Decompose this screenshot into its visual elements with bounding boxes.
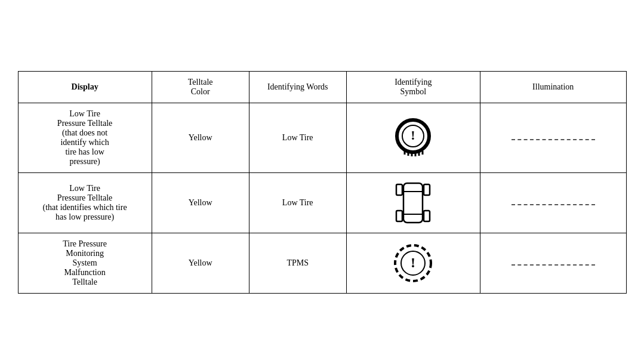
header-telltale: TelltaleColor: [152, 71, 249, 103]
svg-rect-12: [396, 184, 402, 195]
table-row: Tire PressureMonitoringSystemMalfunction…: [18, 233, 626, 293]
display-cell-3: Tire PressureMonitoringSystemMalfunction…: [18, 233, 152, 293]
words-cell-3: TPMS: [249, 233, 346, 293]
car-top-icon: [395, 176, 431, 230]
table-wrapper: Display TelltaleColor Identifying Words …: [18, 71, 627, 294]
svg-rect-15: [424, 211, 430, 221]
illumination-cell-3: [480, 233, 626, 293]
telltale-cell-2: Yellow: [152, 172, 249, 233]
main-table: Display TelltaleColor Identifying Words …: [18, 71, 627, 294]
illumination-cell-2: [480, 172, 626, 233]
header-symbol: IdentifyingSymbol: [346, 71, 480, 103]
display-cell-2: Low TirePressure Telltale(that identifie…: [18, 172, 152, 233]
svg-text:!: !: [411, 128, 415, 143]
dashed-line-1: [511, 139, 595, 140]
svg-rect-13: [424, 184, 430, 195]
symbol-cell-1: !: [346, 103, 480, 172]
telltale-cell-3: Yellow: [152, 233, 249, 293]
symbol-container-1: !: [352, 114, 475, 162]
dashed-line-2: [511, 204, 595, 205]
telltale-cell-1: Yellow: [152, 103, 249, 172]
table-row: Low TirePressure Telltale(that does noti…: [18, 103, 626, 172]
words-cell-2: Low Tire: [249, 172, 346, 233]
illumination-cell-1: [480, 103, 626, 172]
table-row: Low TirePressure Telltale(that identifie…: [18, 172, 626, 233]
symbol-cell-3: !: [346, 233, 480, 293]
svg-text:!: !: [411, 255, 415, 270]
display-cell-1: Low TirePressure Telltale(that does noti…: [18, 103, 152, 172]
header-display: Display: [18, 71, 152, 103]
header-illumination: Illumination: [480, 71, 626, 103]
tpms-dashed-icon: !: [392, 242, 434, 284]
header-words: Identifying Words: [249, 71, 346, 103]
words-cell-1: Low Tire: [249, 103, 346, 172]
tpms-solid-icon: !: [394, 117, 433, 159]
dashed-line-3: [511, 264, 595, 266]
symbol-container-2: [352, 179, 475, 227]
svg-rect-14: [396, 211, 402, 221]
svg-rect-9: [403, 183, 423, 223]
symbol-cell-2: [346, 172, 480, 233]
symbol-container-3: !: [352, 239, 475, 287]
